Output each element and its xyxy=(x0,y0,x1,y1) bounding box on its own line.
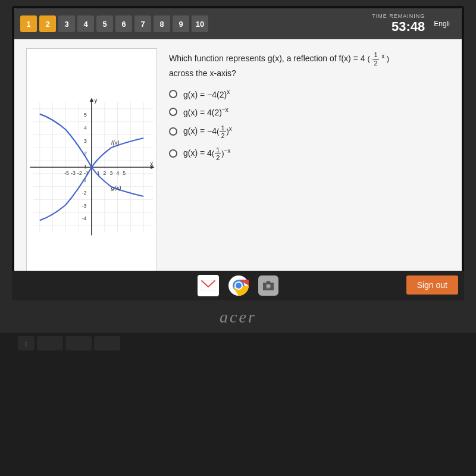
question-num-5[interactable]: 5 xyxy=(96,15,113,32)
question-num-4[interactable]: 4 xyxy=(77,15,94,32)
chrome-icon[interactable] xyxy=(228,275,249,296)
option-b[interactable]: g(x) = 4(2)−x xyxy=(169,107,450,117)
timer-label: TIME REMAINING xyxy=(372,13,425,19)
svg-text:5: 5 xyxy=(84,112,87,118)
svg-text:x: x xyxy=(150,160,154,167)
main-content: y x 5 4 3 2 1 -1 -2 -3 -4 xyxy=(14,39,462,295)
svg-text:-3: -3 xyxy=(71,170,76,176)
option-a[interactable]: g(x) = −4(2)x xyxy=(169,89,450,99)
svg-text:-2: -2 xyxy=(82,190,87,196)
svg-text:f(x): f(x) xyxy=(111,139,120,146)
question-num-3[interactable]: 3 xyxy=(58,15,75,32)
answer-options: g(x) = −4(2)x g(x) = 4(2)−x xyxy=(169,89,450,161)
radio-a[interactable] xyxy=(169,90,177,98)
key-blank3[interactable] xyxy=(94,336,120,350)
radio-b[interactable] xyxy=(169,108,177,116)
option-d[interactable]: g(x) = 4(12)−x xyxy=(169,146,450,161)
graph-area: y x 5 4 3 2 1 -1 -2 -3 -4 xyxy=(26,48,157,286)
question-num-1[interactable]: 1 xyxy=(20,15,37,32)
question-num-7[interactable]: 7 xyxy=(134,15,151,32)
question-num-8[interactable]: 8 xyxy=(154,15,170,32)
svg-text:-2: -2 xyxy=(77,170,82,176)
svg-text:2: 2 xyxy=(104,170,107,176)
radio-c[interactable] xyxy=(169,127,177,136)
laptop-bottom: acer xyxy=(0,300,476,333)
svg-text:3: 3 xyxy=(110,170,113,176)
svg-text:y: y xyxy=(94,96,98,104)
screen: 1 2 3 4 5 6 7 8 9 10 TIME REMAINING 53:4… xyxy=(14,8,462,295)
gmail-icon[interactable] xyxy=(198,275,219,296)
option-c-text: g(x) = −4(12)x xyxy=(183,124,232,139)
svg-text:3: 3 xyxy=(84,138,87,144)
keyboard-area: c xyxy=(0,333,476,476)
svg-text:4: 4 xyxy=(116,170,119,176)
option-b-text: g(x) = 4(2)−x xyxy=(183,107,228,117)
taskbar xyxy=(12,271,464,300)
key-blank[interactable] xyxy=(37,336,63,350)
svg-point-50 xyxy=(236,283,242,289)
question-num-9[interactable]: 9 xyxy=(173,15,189,32)
key-blank2[interactable] xyxy=(65,336,92,350)
option-c[interactable]: g(x) = −4(12)x xyxy=(169,124,450,139)
svg-text:-5: -5 xyxy=(64,170,69,176)
key-c[interactable]: c xyxy=(18,336,35,350)
camera-icon[interactable] xyxy=(258,275,278,296)
svg-text:4: 4 xyxy=(84,125,87,131)
svg-text:-4: -4 xyxy=(82,215,87,221)
sign-out-button[interactable]: Sign out xyxy=(406,275,458,295)
svg-text:g(x): g(x) xyxy=(111,184,121,191)
timer-value: 53:48 xyxy=(372,19,425,35)
option-a-text: g(x) = −4(2)x xyxy=(183,89,230,99)
lang-label: Engli xyxy=(434,20,450,28)
keyboard-rows: c xyxy=(0,333,476,353)
timer-area: TIME REMAINING 53:48 xyxy=(372,13,425,35)
svg-marker-21 xyxy=(90,98,94,102)
svg-text:-3: -3 xyxy=(82,203,87,209)
laptop-frame: 1 2 3 4 5 6 7 8 9 10 TIME REMAINING 53:4… xyxy=(0,0,476,476)
question-num-2[interactable]: 2 xyxy=(39,15,56,32)
question-text: Which function represents g(x), a reflec… xyxy=(169,51,450,80)
option-d-text: g(x) = 4(12)−x xyxy=(183,146,231,161)
svg-text:5: 5 xyxy=(123,170,126,176)
question-num-10[interactable]: 10 xyxy=(192,15,208,32)
question-numbers: 1 2 3 4 5 6 7 8 9 10 xyxy=(20,15,208,32)
fraction-display: 1 2 xyxy=(372,51,378,67)
question-area: Which function represents g(x), a reflec… xyxy=(169,48,450,286)
screen-bezel: 1 2 3 4 5 6 7 8 9 10 TIME REMAINING 53:4… xyxy=(12,6,464,298)
svg-text:1: 1 xyxy=(84,164,87,170)
question-num-6[interactable]: 6 xyxy=(115,15,132,32)
keyboard-row-1: c xyxy=(18,336,458,350)
top-nav: 1 2 3 4 5 6 7 8 9 10 TIME REMAINING 53:4… xyxy=(14,8,462,39)
svg-point-52 xyxy=(267,285,270,288)
acer-logo: acer xyxy=(220,308,256,327)
radio-d[interactable] xyxy=(169,149,177,158)
